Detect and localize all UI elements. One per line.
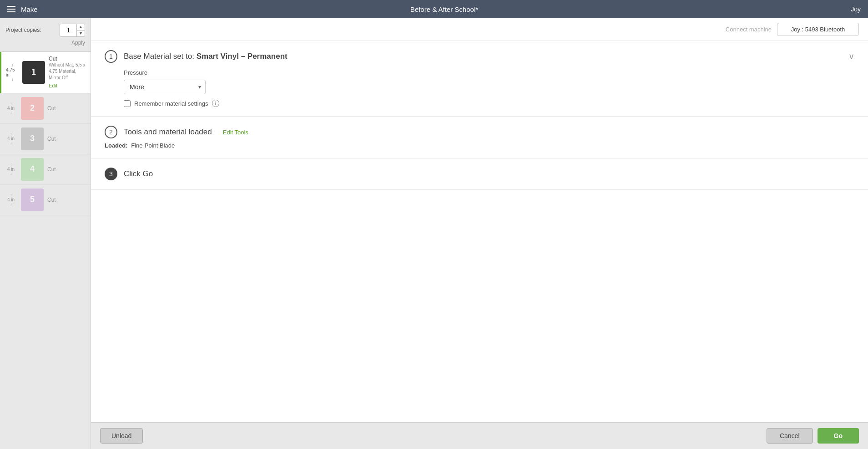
step1-title-prefix: Base Material set to: [124, 52, 197, 61]
sidebar: Project copies: ▲ ▼ Apply ↑ 4.75 in ↓ 1 [0, 18, 91, 449]
mat-thumb-1: 1 [22, 61, 45, 84]
bottom-right: Cancel Go [767, 428, 859, 444]
project-copies-label: Project copies: [5, 27, 41, 33]
connect-bar: Connect machine Joy : 5493 Bluetooth [91, 18, 868, 41]
machine-button[interactable]: Joy : 5493 Bluetooth [777, 23, 859, 36]
step2-number: 2 [105, 126, 117, 138]
step2-header-row: 2 Tools and material loaded Edit Tools [105, 126, 854, 138]
step1-body: Pressure More Default Less ▾ Remember ma… [105, 69, 854, 107]
mat-item-1[interactable]: ↑ 4.75 in ↓ 1 Cut Without Mat, 5.5 x 4.7… [0, 52, 91, 93]
step1-title: Base Material set to: Smart Vinyl – Perm… [124, 52, 288, 61]
remember-label: Remember material settings [134, 100, 208, 107]
step3-section: 3 Click Go [91, 158, 868, 190]
pressure-select[interactable]: More Default Less [124, 80, 206, 94]
cancel-button[interactable]: Cancel [767, 428, 813, 444]
sidebar-top: Project copies: ▲ ▼ Apply [0, 18, 91, 52]
step2-title: Tools and material loaded [124, 128, 212, 137]
copies-down-arrow[interactable]: ▼ [77, 31, 85, 36]
mat-thumb-4: 4 [21, 158, 44, 181]
step1-chevron: ∨ [848, 51, 854, 61]
copies-input[interactable] [60, 26, 76, 35]
step3-number: 3 [105, 168, 117, 180]
edit-tools-link[interactable]: Edit Tools [223, 129, 248, 136]
main-layout: Project copies: ▲ ▼ Apply ↑ 4.75 in ↓ 1 [0, 18, 868, 449]
copies-up-arrow[interactable]: ▲ [77, 24, 85, 31]
mat-thumb-2: 2 [21, 97, 44, 120]
mat-item-3[interactable]: ↑ 4 in ↓ 3 Cut [0, 124, 91, 154]
mat-dimension-5: ↑ 4 in ↓ [5, 193, 17, 206]
loaded-label: Loaded: [105, 142, 128, 149]
remember-checkbox[interactable] [124, 100, 131, 107]
mat-item-5[interactable]: ↑ 4 in ↓ 5 Cut [0, 185, 91, 215]
mat-dimension-4: ↑ 4 in ↓ [5, 163, 17, 176]
make-label: Make [21, 5, 38, 13]
project-copies-row: Project copies: ▲ ▼ [5, 24, 85, 37]
mat-thumb-3: 3 [21, 128, 44, 150]
loaded-value: Fine-Point Blade [131, 142, 175, 149]
mat-info-1: Cut Without Mat, 5.5 x 4.75 Material, Mi… [49, 56, 86, 89]
mat-item-2[interactable]: ↑ 4 in ↓ 2 Cut [0, 93, 91, 124]
mat-action-1: Cut [49, 56, 86, 62]
unload-button[interactable]: Unload [100, 428, 143, 444]
go-button[interactable]: Go [818, 428, 859, 444]
steps-area: 1 Base Material set to: Smart Vinyl – Pe… [91, 41, 868, 422]
topbar-left: Make [7, 5, 38, 13]
mat-dimension-3: ↑ 4 in ↓ [5, 132, 17, 145]
content: Connect machine Joy : 5493 Bluetooth 1 B… [91, 18, 868, 449]
remember-row: Remember material settings i [124, 100, 854, 107]
bottom-bar: Unload Cancel Go [91, 422, 868, 449]
mat-action-2: Cut [47, 105, 56, 112]
step3-header: 3 Click Go [105, 168, 854, 180]
step1-number: 1 [105, 50, 117, 63]
step1-section: 1 Base Material set to: Smart Vinyl – Pe… [91, 41, 868, 117]
menu-icon[interactable] [7, 6, 15, 12]
step1-header[interactable]: 1 Base Material set to: Smart Vinyl – Pe… [105, 50, 854, 63]
mat-edit-link-1[interactable]: Edit [49, 83, 57, 88]
mat-action-3: Cut [47, 136, 56, 142]
topbar: Make Before & After School* Joy [0, 0, 868, 18]
topbar-title: Before & After School* [410, 5, 478, 13]
step1-title-strong: Smart Vinyl – Permanent [197, 52, 288, 61]
mat-action-4: Cut [47, 166, 56, 173]
step2-section: 2 Tools and material loaded Edit Tools L… [91, 117, 868, 158]
mat-action-5: Cut [47, 197, 56, 203]
copies-spinner: ▲ ▼ [60, 24, 85, 37]
mat-thumb-5: 5 [21, 189, 44, 211]
topbar-user: Joy [851, 5, 861, 13]
mat-item-4[interactable]: ↑ 4 in ↓ 4 Cut [0, 154, 91, 185]
loaded-row: Loaded: Fine-Point Blade [105, 142, 854, 149]
info-icon[interactable]: i [212, 100, 219, 107]
pressure-label: Pressure [124, 69, 854, 76]
mat-details-1: Without Mat, 5.5 x 4.75 Material, Mirror… [49, 62, 86, 81]
connect-label: Connect machine [726, 26, 772, 33]
copies-arrows: ▲ ▼ [76, 24, 85, 36]
pressure-select-wrap: More Default Less ▾ [124, 80, 206, 94]
step3-title: Click Go [124, 169, 153, 179]
mat-dimension-1: ↑ 4.75 in ↓ [6, 63, 19, 82]
apply-button[interactable]: Apply [5, 40, 85, 46]
mat-dimension-2: ↑ 4 in ↓ [5, 102, 17, 115]
